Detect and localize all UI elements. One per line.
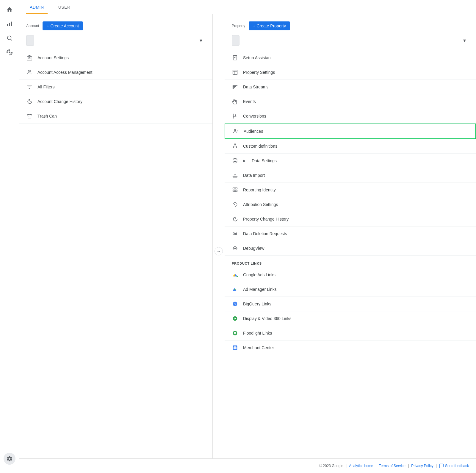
svg-point-25	[233, 302, 237, 306]
svg-rect-18	[235, 188, 237, 189]
menu-item-reporting-identity[interactable]: Reporting Identity	[225, 183, 476, 197]
feedback-icon	[439, 463, 444, 468]
menu-item-data-import[interactable]: Data Import	[225, 168, 476, 183]
menu-item-account-settings[interactable]: Account Settings	[19, 51, 212, 65]
menu-item-account-access[interactable]: Account Access Management	[19, 65, 212, 80]
google-ads-icon	[232, 271, 238, 278]
account-dropdown-arrow: ▾	[200, 37, 202, 44]
svg-text:Dd: Dd	[233, 232, 237, 235]
menu-item-bigquery[interactable]: BigQuery Links	[225, 297, 476, 311]
bigquery-icon	[232, 301, 238, 307]
menu-item-attribution-settings[interactable]: Attribution Settings	[225, 197, 476, 212]
menu-item-data-deletion[interactable]: Dd Data Deletion Requests	[225, 227, 476, 241]
data-streams-label: Data Streams	[243, 85, 269, 89]
home-icon[interactable]	[4, 4, 15, 15]
satellite-icon[interactable]	[4, 46, 15, 58]
svg-rect-19	[233, 190, 235, 192]
property-panel: Property + Create Property ▾ S	[225, 14, 476, 458]
settings-gear-icon[interactable]	[4, 453, 15, 465]
svg-point-22	[234, 248, 236, 249]
audience-icon	[232, 128, 239, 135]
footer-sep2: |	[376, 464, 377, 468]
svg-point-4	[9, 51, 10, 53]
send-feedback-button[interactable]: Send feedback	[439, 463, 469, 468]
property-dropdown-wrapper: ▾	[232, 35, 469, 46]
connector-circle: →	[214, 247, 223, 255]
account-panel: Account + Create Account ▾ Acc	[19, 14, 213, 458]
menu-item-debugview[interactable]: DebugView	[225, 241, 476, 256]
history-icon	[26, 98, 33, 105]
svg-rect-17	[233, 188, 235, 189]
floodlight-label: Floodlight Links	[243, 331, 272, 335]
footer: © 2023 Google | Analytics home | Terms o…	[19, 458, 476, 473]
svg-point-3	[7, 36, 11, 40]
display-video-label: Display & Video 360 Links	[243, 316, 291, 321]
main-content: ADMIN USER Account + Create Account ▾	[19, 0, 476, 473]
streams-icon	[232, 84, 238, 90]
menu-item-audiences[interactable]: Audiences	[225, 124, 476, 139]
menu-item-google-ads[interactable]: Google Ads Links	[225, 268, 476, 282]
data-settings-label: Data Settings	[252, 158, 277, 163]
floodlight-icon	[232, 330, 238, 336]
account-access-label: Account Access Management	[37, 70, 92, 75]
svg-point-15	[233, 159, 237, 160]
bigquery-label: BigQuery Links	[243, 302, 271, 306]
menu-item-events[interactable]: Events	[225, 94, 476, 109]
search-circle-icon[interactable]	[4, 32, 15, 44]
svg-rect-32	[234, 347, 237, 349]
menu-item-conversions[interactable]: Conversions	[225, 109, 476, 124]
svg-point-8	[30, 71, 31, 72]
setup-assistant-label: Setup Assistant	[243, 55, 272, 60]
account-dropdown[interactable]	[26, 35, 34, 46]
attribution-settings-label: Attribution Settings	[243, 202, 278, 207]
tab-admin[interactable]: ADMIN	[26, 0, 48, 14]
svg-rect-5	[27, 57, 32, 60]
footer-terms[interactable]: Terms of Service	[379, 464, 405, 468]
tree-icon	[232, 143, 238, 149]
menu-item-display-video[interactable]: Display & Video 360 Links	[225, 311, 476, 326]
clipboard-icon	[232, 54, 238, 61]
create-property-button[interactable]: + Create Property	[249, 21, 290, 30]
property-dropdown-row: ▾	[225, 35, 476, 51]
custom-definitions-label: Custom definitions	[243, 144, 277, 149]
menu-item-merchant-center[interactable]: Merchant Center	[225, 341, 476, 355]
svg-rect-20	[235, 190, 237, 192]
footer-sep3: |	[408, 464, 409, 468]
attribution-icon	[232, 201, 238, 208]
bar-chart-icon[interactable]	[4, 18, 15, 30]
svg-point-13	[233, 147, 234, 148]
menu-item-floodlight[interactable]: Floodlight Links	[225, 326, 476, 341]
history2-icon	[232, 216, 238, 222]
menu-item-custom-definitions[interactable]: Custom definitions	[225, 139, 476, 154]
layers-icon	[232, 157, 238, 164]
footer-analytics-home[interactable]: Analytics home	[349, 464, 373, 468]
svg-point-30	[234, 332, 235, 333]
audiences-label: Audiences	[244, 129, 263, 134]
menu-item-property-settings[interactable]: Property Settings	[225, 65, 476, 80]
all-filters-label: All Filters	[37, 85, 55, 89]
property-dropdown[interactable]	[232, 35, 239, 46]
property-settings-label: Property Settings	[243, 70, 275, 75]
menu-item-trash-can[interactable]: Trash Can	[19, 109, 212, 124]
merchant-icon	[232, 344, 238, 351]
menu-item-setup-assistant[interactable]: Setup Assistant	[225, 51, 476, 65]
footer-privacy[interactable]: Privacy Policy	[411, 464, 433, 468]
svg-point-24	[237, 276, 238, 277]
flag-icon	[232, 113, 238, 119]
svg-rect-10	[233, 70, 237, 75]
menu-item-data-streams[interactable]: Data Streams	[225, 80, 476, 94]
debugview-label: DebugView	[243, 246, 264, 251]
menu-item-account-change-history[interactable]: Account Change History	[19, 94, 212, 109]
menu-item-property-change-history[interactable]: Property Change History	[225, 212, 476, 227]
menu-item-all-filters[interactable]: All Filters	[19, 80, 212, 94]
svg-rect-16	[233, 176, 237, 177]
create-account-button[interactable]: + Create Account	[43, 21, 83, 30]
menu-item-ad-manager[interactable]: Ad Manager Links	[225, 282, 476, 297]
data-import-label: Data Import	[243, 173, 265, 178]
building-icon	[26, 54, 33, 61]
conversions-label: Conversions	[243, 114, 266, 118]
tab-user[interactable]: USER	[55, 0, 74, 14]
menu-item-data-settings[interactable]: ▶ Data Settings	[225, 154, 476, 168]
events-label: Events	[243, 99, 256, 104]
svg-point-12	[234, 144, 235, 145]
